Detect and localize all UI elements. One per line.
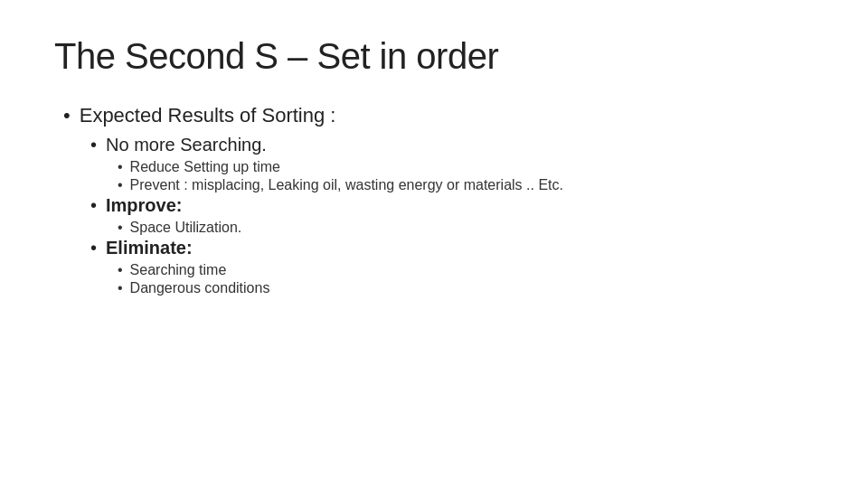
level2-item-eliminate: Eliminate: xyxy=(90,238,814,258)
level2-item-improve: Improve: xyxy=(90,195,814,216)
level1-item-expected-text: Expected Results of Sorting : xyxy=(80,104,814,127)
level3-list-searching: Reduce Setting up time Prevent : misplac… xyxy=(90,159,814,193)
level3-list-improve: Space Utilization. xyxy=(90,220,814,236)
level3-item-space: Space Utilization. xyxy=(118,220,814,236)
level2-eliminate-text: Eliminate: xyxy=(106,238,814,258)
level3-item-reduce: Reduce Setting up time xyxy=(118,159,814,175)
slide: The Second S – Set in order Expected Res… xyxy=(0,0,868,488)
level3-searching-time-text: Searching time xyxy=(130,262,814,278)
level3-dangerous-text: Dangerous conditions xyxy=(130,280,814,296)
level2-item-no-more-searching: No more Searching. xyxy=(90,135,814,155)
improve-bold-label: Improve: xyxy=(106,195,182,215)
level3-reduce-text: Reduce Setting up time xyxy=(130,159,814,175)
level2-no-more-searching-text: No more Searching. xyxy=(106,135,814,155)
level3-prevent-text: Prevent : misplacing, Leaking oil, wasti… xyxy=(130,177,814,193)
level3-space-text: Space Utilization. xyxy=(130,220,814,236)
level2-list: No more Searching. Reduce Setting up tim… xyxy=(63,135,814,296)
level3-item-prevent: Prevent : misplacing, Leaking oil, wasti… xyxy=(118,177,814,193)
slide-content: Expected Results of Sorting : No more Se… xyxy=(54,104,814,296)
level1-list: Expected Results of Sorting : xyxy=(63,104,814,127)
level3-item-searching-time: Searching time xyxy=(118,262,814,278)
level1-item-expected: Expected Results of Sorting : xyxy=(63,104,814,127)
eliminate-bold-label: Eliminate: xyxy=(106,238,193,258)
level3-item-dangerous: Dangerous conditions xyxy=(118,280,814,296)
level3-list-eliminate: Searching time Dangerous conditions xyxy=(90,262,814,296)
level2-improve-text: Improve: xyxy=(106,195,814,216)
slide-title: The Second S – Set in order xyxy=(54,36,814,77)
